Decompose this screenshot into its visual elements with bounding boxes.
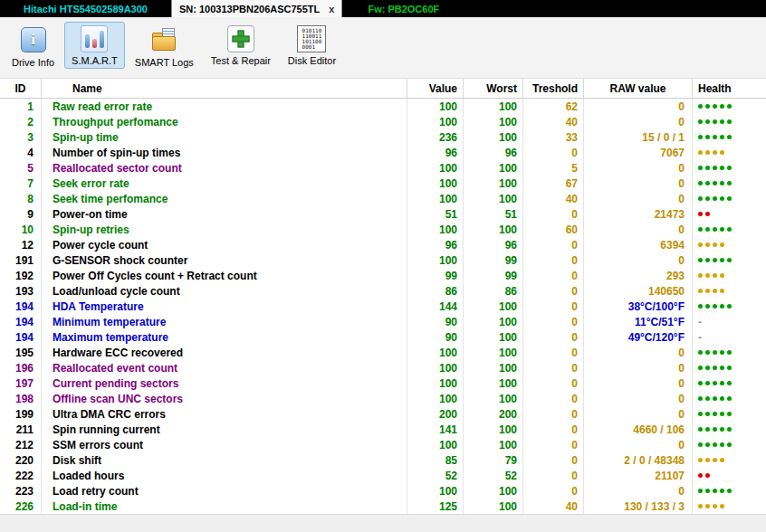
attribute-raw-value: 0: [584, 176, 693, 191]
health-dot: [698, 412, 703, 416]
attribute-value: 96: [407, 237, 464, 252]
health-dot: [713, 412, 717, 416]
attribute-id: 211: [0, 422, 42, 437]
health-dot: [720, 119, 724, 124]
attribute-value: 99: [407, 268, 464, 283]
close-icon[interactable]: x: [329, 4, 334, 14]
health-dot: [713, 381, 717, 385]
attribute-raw-value: 293: [584, 268, 693, 283]
attribute-treshold: 0: [523, 252, 584, 268]
attribute-raw-value: 11°C/51°F: [584, 314, 693, 329]
attribute-id: 192: [0, 268, 42, 283]
attribute-health: [693, 360, 766, 375]
health-dot: [705, 350, 710, 355]
attribute-health: [693, 375, 766, 391]
health-dot: [720, 489, 724, 493]
attribute-id: 220: [0, 452, 42, 468]
table-header: IDNameValueWorstTresholdRAW valueHealth: [0, 79, 766, 99]
table-row[interactable]: 8Seek time perfomance100100400: [0, 191, 766, 206]
health-dot: [698, 104, 703, 109]
attribute-treshold: 62: [523, 99, 584, 114]
table-row[interactable]: 194HDA Temperature144100038°C/100°F: [0, 299, 766, 314]
attribute-id: 199: [0, 406, 42, 422]
health-dot: [713, 366, 717, 370]
attribute-value: 100: [407, 375, 464, 391]
table-row[interactable]: 2Throughput perfomance100100400: [0, 114, 766, 129]
attribute-treshold: 0: [523, 283, 584, 299]
column-header-name[interactable]: Name: [42, 79, 407, 98]
health-dot: [720, 135, 724, 139]
table-row[interactable]: 192Power Off Cycles count + Retract coun…: [0, 268, 766, 283]
table-row[interactable]: 1Raw read error rate100100620: [0, 99, 766, 114]
health-dot: [727, 366, 732, 370]
health-dot: [705, 458, 710, 462]
column-header-worst[interactable]: Worst: [464, 79, 523, 98]
table-row[interactable]: 197Current pending sectors10010000: [0, 375, 766, 391]
toolbar-button-disk-editor[interactable]: 010110 110011 101100 0001Disk Editor: [281, 22, 343, 69]
attribute-worst: 200: [464, 406, 523, 422]
attribute-worst: 79: [464, 452, 523, 468]
info-icon: i: [19, 25, 48, 54]
health-dot: [698, 227, 703, 232]
health-dot: [713, 304, 717, 309]
table-row[interactable]: 195Hardware ECC recovered10010000: [0, 345, 766, 360]
table-row[interactable]: 198Offline scan UNC sectors10010000: [0, 391, 766, 406]
column-header-raw-value[interactable]: RAW value: [584, 79, 693, 98]
attribute-id: 226: [0, 499, 42, 514]
toolbar-button-drive-info[interactable]: iDrive Info: [5, 22, 62, 71]
toolbar-button-s-m-a-r-t[interactable]: S.M.A.R.T: [64, 22, 125, 69]
table-row[interactable]: 9Power-on time5151021473: [0, 206, 766, 222]
health-dot: [705, 427, 710, 432]
table-row[interactable]: 199Ultra DMA CRC errors20020000: [0, 406, 766, 422]
table-row[interactable]: 222Loaded hours5252021107: [0, 468, 766, 483]
attribute-raw-value: 49°C/120°F: [584, 329, 693, 345]
column-header-treshold[interactable]: Treshold: [523, 79, 584, 98]
attribute-id: 198: [0, 391, 42, 406]
table-row[interactable]: 194Maximum temperature90100049°C/120°F-: [0, 329, 766, 345]
attribute-raw-value: 21473: [584, 206, 693, 222]
table-row[interactable]: 212SSM errors count10010000: [0, 437, 766, 452]
column-header-value[interactable]: Value: [407, 79, 464, 98]
attribute-id: 191: [0, 252, 42, 268]
attribute-raw-value: 0: [584, 222, 693, 237]
health-dot: [713, 458, 717, 462]
table-row[interactable]: 4Number of spin-up times969607067: [0, 145, 766, 160]
attribute-worst: 100: [464, 483, 523, 499]
health-dot: [698, 273, 703, 278]
column-header-id[interactable]: ID: [0, 79, 42, 98]
table-row[interactable]: 223Load retry count10010000: [0, 483, 766, 499]
table-row[interactable]: 12Power cycle count969606394: [0, 237, 766, 252]
attribute-worst: 100: [464, 391, 523, 406]
attribute-value: 100: [407, 391, 464, 406]
table-row[interactable]: 7Seek error rate100100670: [0, 176, 766, 191]
health-dot: [720, 396, 724, 401]
attribute-treshold: 0: [523, 391, 584, 406]
attribute-raw-value: 7067: [584, 145, 693, 160]
table-row[interactable]: 191G-SENSOR shock counter1009900: [0, 252, 766, 268]
table-row[interactable]: 10Spin-up retries100100600: [0, 222, 766, 237]
table-row[interactable]: 211Spin running current14110004660 / 106: [0, 422, 766, 437]
attribute-id: 194: [0, 314, 42, 329]
table-row[interactable]: 196Reallocated event count10010000: [0, 360, 766, 375]
attribute-treshold: 0: [523, 268, 584, 283]
column-header-health[interactable]: Health: [693, 79, 766, 98]
attribute-health: [693, 237, 766, 252]
health-dot: [705, 119, 710, 124]
attribute-treshold: 0: [523, 422, 584, 437]
attribute-raw-value: 140650: [584, 283, 693, 299]
health-dot: [705, 366, 710, 370]
table-row[interactable]: 5Reallocated sector count10010050: [0, 160, 766, 176]
toolbar-button-smart-logs[interactable]: SMART Logs: [128, 22, 201, 71]
drive-serial-tab[interactable]: SN: 100313PBN206ASC755TL x: [172, 0, 341, 17]
attribute-name: Seek time perfomance: [42, 191, 407, 206]
table-row[interactable]: 193Load/unload cycle count86860140650: [0, 283, 766, 299]
health-dot: [713, 489, 717, 493]
health-dot: [720, 412, 724, 416]
table-row[interactable]: 220Disk shift857902 / 0 / 48348: [0, 452, 766, 468]
table-row[interactable]: 3Spin-up time2361003315 / 0 / 1: [0, 129, 766, 145]
toolbar-button-test-repair[interactable]: Test & Repair: [204, 22, 278, 69]
table-row[interactable]: 194Minimum temperature90100011°C/51°F-: [0, 314, 766, 329]
attribute-name: Power Off Cycles count + Retract count: [42, 268, 407, 283]
table-row[interactable]: 226Load-in time12510040130 / 133 / 3: [0, 499, 766, 514]
attribute-id: 10: [0, 222, 42, 237]
